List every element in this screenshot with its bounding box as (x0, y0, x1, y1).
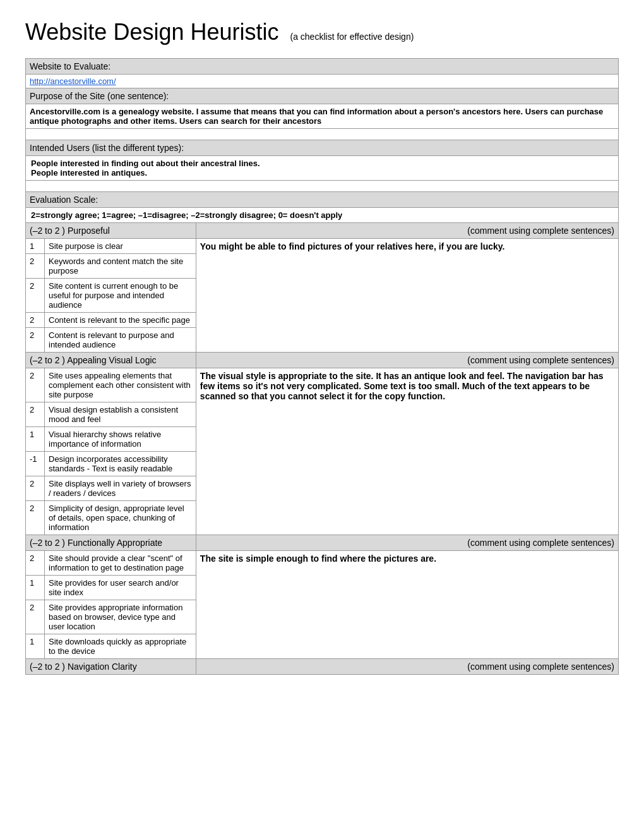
desc-p4: Content is relevant to the specific page (45, 313, 196, 328)
visual-comment-label: (comment using complete sentences) (196, 353, 618, 368)
desc-p3: Site content is current enough to be use… (45, 279, 196, 313)
score-v6: 2 (26, 501, 45, 535)
desc-v6: Simplicity of design, appropriate level … (45, 501, 196, 535)
desc-f1: Site should provide a clear "scent" of i… (45, 551, 196, 576)
functional-header: (–2 to 2 ) Functionally Appropriate (26, 535, 196, 551)
score-p2: 2 (26, 254, 45, 279)
score-v1: 2 (26, 368, 45, 402)
score-f4: 1 (26, 634, 45, 659)
page-title: Website Design Heuristic (a checklist fo… (25, 19, 619, 45)
website-label: Website to Evaluate: (26, 59, 619, 75)
website-url[interactable]: http://ancestorville.com/ (26, 75, 619, 88)
purpose-label: Purpose of the Site (one sentence): (26, 88, 619, 104)
functional-comment: The site is simple enough to find where … (196, 551, 618, 659)
functional-comment-label: (comment using complete sentences) (196, 535, 618, 551)
score-p5: 2 (26, 328, 45, 353)
desc-p1: Site purpose is clear (45, 239, 196, 254)
score-p4: 2 (26, 313, 45, 328)
score-v2: 2 (26, 402, 45, 427)
desc-f4: Site downloads quickly as appropriate to… (45, 634, 196, 659)
desc-v2: Visual design establish a consistent moo… (45, 402, 196, 427)
score-v4: -1 (26, 452, 45, 476)
desc-p5: Content is relevant to purpose and inten… (45, 328, 196, 353)
eval-label: Evaluation Scale: (26, 192, 619, 208)
desc-v3: Visual hierarchy shows relative importan… (45, 427, 196, 452)
desc-v5: Site displays well in variety of browser… (45, 476, 196, 501)
visual-comment: The visual style is appropriate to the s… (196, 368, 618, 535)
purposeful-header: (–2 to 2 ) Purposeful (26, 223, 196, 239)
visual-header: (–2 to 2 ) Appealing Visual Logic (26, 353, 196, 368)
main-table: Website to Evaluate: http://ancestorvill… (25, 58, 619, 675)
purposeful-comment-label: (comment using complete sentences) (196, 223, 618, 239)
eval-scale-row: 2=strongly agree; 1=agree; –1=disagree; … (26, 208, 619, 223)
score-p1: 1 (26, 239, 45, 254)
score-f1: 2 (26, 551, 45, 576)
intended-text1: People interested in finding out about t… (31, 159, 613, 168)
eval-scale: 2=strongly agree; 1=agree; –1=disagree; … (31, 210, 342, 220)
purposeful-comment: You might be able to find pictures of yo… (196, 239, 618, 353)
score-f2: 1 (26, 576, 45, 600)
score-v5: 2 (26, 476, 45, 501)
score-v3: 1 (26, 427, 45, 452)
desc-v1: Site uses appealing elements that comple… (45, 368, 196, 402)
navigation-comment-label: (comment using complete sentences) (196, 659, 618, 675)
score-f3: 2 (26, 600, 45, 634)
desc-f2: Site provides for user search and/or sit… (45, 576, 196, 600)
website-link[interactable]: http://ancestorville.com/ (30, 76, 116, 86)
page-subtitle: (a checklist for effective design) (290, 32, 414, 42)
intended-text2: People interested in antiques. (31, 168, 613, 178)
desc-p2: Keywords and content match the site purp… (45, 254, 196, 279)
navigation-header: (–2 to 2 ) Navigation Clarity (26, 659, 196, 675)
purpose-text: Ancestorville.com is a genealogy website… (26, 104, 619, 129)
intended-users: People interested in finding out about t… (26, 156, 619, 181)
desc-v4: Design incorporates accessibility standa… (45, 452, 196, 476)
score-p3: 2 (26, 279, 45, 313)
intended-label: Intended Users (list the different types… (26, 140, 619, 156)
desc-f3: Site provides appropriate information ba… (45, 600, 196, 634)
